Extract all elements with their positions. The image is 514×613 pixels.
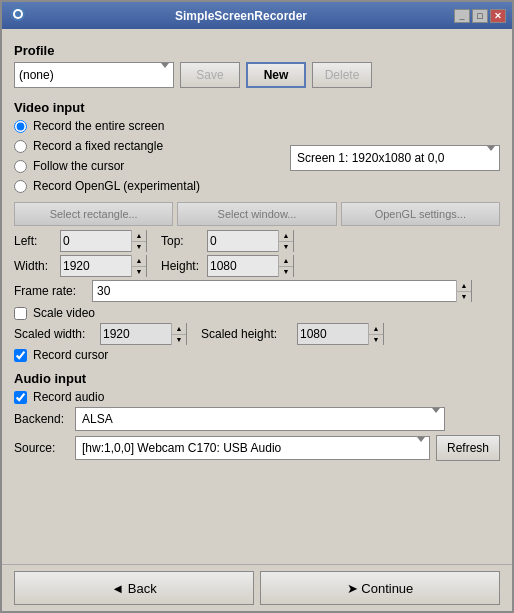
scaled-height-spin-up[interactable]: ▲	[369, 323, 383, 335]
continue-button[interactable]: ➤ Continue	[260, 571, 500, 605]
video-input-section: Record the entire screen Record a fixed …	[14, 119, 500, 365]
top-spin-down[interactable]: ▼	[279, 242, 293, 253]
record-audio-row: Record audio	[14, 390, 500, 404]
select-rectangle-button[interactable]: Select rectangle...	[14, 202, 173, 226]
scaled-row: Scaled width: ▲ ▼ Scaled height: ▲ ▼	[14, 323, 500, 345]
backend-label: Backend:	[14, 412, 69, 426]
top-input-wrap: ▲ ▼	[207, 230, 294, 252]
framerate-row: Frame rate: ▲ ▼	[14, 280, 500, 302]
record-cursor-row: Record cursor	[14, 348, 500, 362]
height-input-wrap: ▲ ▼	[207, 255, 294, 277]
scale-video-label: Scale video	[33, 306, 95, 320]
scaled-width-label: Scaled width:	[14, 327, 94, 341]
left-label: Left:	[14, 234, 54, 248]
scaled-height-spin-down[interactable]: ▼	[369, 335, 383, 346]
video-radios: Record the entire screen Record a fixed …	[14, 119, 200, 196]
top-spin-up[interactable]: ▲	[279, 230, 293, 242]
radio-fixed-rect[interactable]	[14, 140, 27, 153]
radio-follow-cursor[interactable]	[14, 160, 27, 173]
video-input-section-title: Video input	[14, 100, 500, 115]
framerate-spin-down[interactable]: ▼	[457, 292, 471, 303]
backend-row: Backend: ALSA	[14, 407, 500, 431]
radio-follow-cursor-label: Follow the cursor	[33, 159, 124, 173]
profile-select[interactable]: (none)	[14, 62, 174, 88]
profile-row: (none) Save New Delete	[14, 62, 500, 88]
window-controls: _ □ ✕	[454, 9, 506, 23]
svg-point-2	[15, 11, 21, 17]
rect-btn-row: Select rectangle... Select window... Ope…	[14, 202, 500, 226]
width-spin-down[interactable]: ▼	[132, 267, 146, 278]
width-height-row: Width: ▲ ▼ Height: ▲ ▼	[14, 255, 500, 277]
height-label: Height:	[161, 259, 201, 273]
main-window: SimpleScreenRecorder _ □ ✕ Profile (none…	[0, 0, 514, 613]
top-input[interactable]	[208, 231, 278, 251]
minimize-button[interactable]: _	[454, 9, 470, 23]
height-input[interactable]	[208, 256, 278, 276]
main-content: Profile (none) Save New Delete Video inp…	[2, 29, 512, 564]
record-cursor-label: Record cursor	[33, 348, 108, 362]
new-button[interactable]: New	[246, 62, 306, 88]
save-button[interactable]: Save	[180, 62, 240, 88]
maximize-button[interactable]: □	[472, 9, 488, 23]
scaled-height-spin: ▲ ▼	[368, 323, 383, 345]
back-button[interactable]: ◄ Back	[14, 571, 254, 605]
scaled-height-input-wrap: ▲ ▼	[297, 323, 384, 345]
video-top-row: Record the entire screen Record a fixed …	[14, 119, 500, 196]
height-spin: ▲ ▼	[278, 255, 293, 277]
framerate-spin: ▲ ▼	[456, 280, 471, 302]
left-input-wrap: ▲ ▼	[60, 230, 147, 252]
scale-video-row: Scale video	[14, 306, 500, 320]
height-spin-up[interactable]: ▲	[279, 255, 293, 267]
radio-fixed-rect-label: Record a fixed rectangle	[33, 139, 163, 153]
titlebar: SimpleScreenRecorder _ □ ✕	[2, 2, 512, 29]
record-audio-checkbox[interactable]	[14, 391, 27, 404]
source-select[interactable]: [hw:1,0,0] Webcam C170: USB Audio	[75, 436, 430, 460]
close-button[interactable]: ✕	[490, 9, 506, 23]
select-window-button[interactable]: Select window...	[177, 202, 336, 226]
left-spin: ▲ ▼	[131, 230, 146, 252]
delete-button[interactable]: Delete	[312, 62, 372, 88]
audio-input-section: Record audio Backend: ALSA Source: [hw:1…	[14, 390, 500, 465]
height-spin-down[interactable]: ▼	[279, 267, 293, 278]
record-audio-label: Record audio	[33, 390, 104, 404]
scaled-width-input[interactable]	[101, 324, 171, 344]
window-title: SimpleScreenRecorder	[28, 9, 454, 23]
source-label: Source:	[14, 441, 69, 455]
radio-row-3: Record OpenGL (experimental)	[14, 179, 200, 193]
radio-opengl[interactable]	[14, 180, 27, 193]
radio-row-1: Record a fixed rectangle	[14, 139, 200, 153]
width-spin: ▲ ▼	[131, 255, 146, 277]
record-cursor-checkbox[interactable]	[14, 349, 27, 362]
opengl-settings-button[interactable]: OpenGL settings...	[341, 202, 500, 226]
framerate-input-wrap: ▲ ▼	[92, 280, 472, 302]
screen-select[interactable]: Screen 1: 1920x1080 at 0,0	[290, 145, 500, 171]
titlebar-icon	[8, 6, 28, 25]
source-row: Source: [hw:1,0,0] Webcam C170: USB Audi…	[14, 435, 500, 461]
top-label: Top:	[161, 234, 201, 248]
refresh-button[interactable]: Refresh	[436, 435, 500, 461]
left-top-row: Left: ▲ ▼ Top: ▲ ▼	[14, 230, 500, 252]
radio-entire-screen[interactable]	[14, 120, 27, 133]
left-input[interactable]	[61, 231, 131, 251]
profile-section-title: Profile	[14, 43, 500, 58]
framerate-spin-up[interactable]: ▲	[457, 280, 471, 292]
scale-video-checkbox[interactable]	[14, 307, 27, 320]
framerate-label: Frame rate:	[14, 284, 86, 298]
radio-entire-screen-label: Record the entire screen	[33, 119, 164, 133]
framerate-input[interactable]	[93, 281, 456, 301]
width-input[interactable]	[61, 256, 131, 276]
scaled-height-input[interactable]	[298, 324, 368, 344]
width-spin-up[interactable]: ▲	[132, 255, 146, 267]
scaled-width-spin: ▲ ▼	[171, 323, 186, 345]
top-spin: ▲ ▼	[278, 230, 293, 252]
width-input-wrap: ▲ ▼	[60, 255, 147, 277]
audio-input-section-title: Audio input	[14, 371, 500, 386]
scaled-width-spin-up[interactable]: ▲	[172, 323, 186, 335]
footer: ◄ Back ➤ Continue	[2, 564, 512, 611]
scaled-width-spin-down[interactable]: ▼	[172, 335, 186, 346]
left-spin-up[interactable]: ▲	[132, 230, 146, 242]
left-spin-down[interactable]: ▼	[132, 242, 146, 253]
scaled-width-input-wrap: ▲ ▼	[100, 323, 187, 345]
radio-row-2: Follow the cursor	[14, 159, 200, 173]
backend-select[interactable]: ALSA	[75, 407, 445, 431]
